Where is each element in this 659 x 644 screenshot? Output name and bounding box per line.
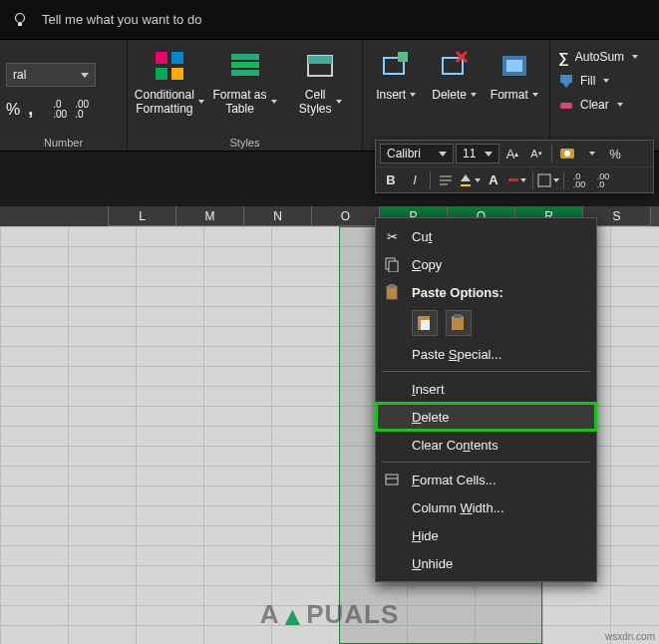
percent-button[interactable]: % xyxy=(604,143,626,164)
tell-me-placeholder: Tell me what you want to do xyxy=(42,12,201,27)
ctx-copy[interactable]: Copy xyxy=(376,250,596,278)
group-cells: Insert Delete Format xyxy=(363,40,550,151)
column-header-O[interactable]: O xyxy=(312,206,380,226)
column-header-M[interactable]: M xyxy=(176,206,244,226)
format-button[interactable]: Format xyxy=(486,48,543,102)
number-format-select[interactable]: ral xyxy=(6,63,96,87)
fill-button[interactable]: Fill xyxy=(554,70,642,92)
decrease-decimal-button[interactable]: .00 .0 xyxy=(75,100,89,120)
lightbulb-icon xyxy=(12,12,28,28)
ctx-paste-options-label: Paste Options: xyxy=(376,278,596,306)
svg-rect-1 xyxy=(18,23,22,26)
insert-button[interactable]: Insert xyxy=(369,48,423,102)
svg-rect-35 xyxy=(421,320,430,330)
fill-color-button[interactable] xyxy=(459,169,481,191)
svg-rect-36 xyxy=(452,316,464,330)
chevron-down-icon xyxy=(271,100,277,104)
svg-rect-20 xyxy=(560,103,572,109)
autosum-button[interactable]: ∑ AutoSum xyxy=(554,46,642,68)
delete-cells-icon xyxy=(437,48,473,84)
svg-rect-27 xyxy=(461,184,471,186)
clear-button[interactable]: Clear xyxy=(554,94,642,116)
ctx-hide[interactable]: Hide xyxy=(376,521,596,549)
chevron-down-icon xyxy=(553,178,559,182)
chevron-down-icon xyxy=(410,93,416,97)
group-number: ral % , .0.00 .00 .0 Number xyxy=(0,40,128,151)
format-as-table-icon xyxy=(227,48,263,84)
svg-marker-19 xyxy=(562,83,570,88)
percent-button[interactable]: % xyxy=(6,101,20,119)
group-label-number: Number xyxy=(6,135,121,151)
borders-button[interactable] xyxy=(537,169,559,191)
font-color-button[interactable]: A xyxy=(483,169,504,191)
conditional-formatting-icon xyxy=(152,48,187,84)
increase-decimal-button[interactable]: .0.00 xyxy=(53,100,67,120)
group-editing: ∑ AutoSum Fill Clear xyxy=(550,40,646,151)
conditional-formatting-button[interactable]: Conditional Formatting xyxy=(134,48,205,116)
svg-rect-37 xyxy=(454,314,462,318)
chevron-down-icon xyxy=(471,93,477,97)
paste-option-default[interactable] xyxy=(412,310,438,336)
svg-rect-5 xyxy=(171,68,183,80)
mini-toolbar: Calibri 11 A▴ A▾ % B I A .0.00 .00.0 xyxy=(375,140,654,193)
chevron-down-icon xyxy=(475,178,481,182)
font-color-bar xyxy=(508,178,518,181)
ctx-delete[interactable]: Delete xyxy=(376,403,596,431)
separator xyxy=(382,462,590,463)
tell-me-bar[interactable]: Tell me what you want to do xyxy=(0,0,659,40)
ctx-cut[interactable]: ✂ Cut xyxy=(376,222,596,250)
eraser-icon xyxy=(558,97,574,113)
column-header-L[interactable]: L xyxy=(109,206,176,226)
copy-icon xyxy=(382,254,402,274)
increase-decimal-button[interactable]: .0.00 xyxy=(568,169,590,191)
format-cells-icon xyxy=(382,470,402,489)
paste-option-values[interactable] xyxy=(446,310,472,336)
decrease-decimal-button[interactable]: .00.0 xyxy=(592,169,614,191)
grow-font-button[interactable]: A▴ xyxy=(501,143,523,164)
svg-marker-26 xyxy=(461,174,471,181)
svg-rect-6 xyxy=(231,54,259,60)
delete-button[interactable]: Delete xyxy=(427,48,481,102)
chevron-down-icon xyxy=(532,93,538,97)
svg-rect-38 xyxy=(386,475,398,484)
ctx-unhide[interactable]: Unhide xyxy=(376,549,596,577)
watermark: A▲PUALS xyxy=(260,599,400,630)
chevron-down-icon[interactable] xyxy=(520,178,526,182)
svg-rect-10 xyxy=(308,56,332,64)
align-button[interactable] xyxy=(435,169,457,191)
format-as-table-button[interactable]: Format as Table xyxy=(209,48,281,116)
svg-rect-12 xyxy=(398,52,408,62)
credit-text: wsxdn.com xyxy=(605,631,655,642)
sigma-icon: ∑ xyxy=(558,49,569,66)
cell-styles-icon xyxy=(302,48,338,84)
ribbon: ral % , .0.00 .00 .0 Number Conditional … xyxy=(0,40,659,152)
column-header-N[interactable]: N xyxy=(244,206,312,226)
separator xyxy=(382,371,590,372)
font-size-select[interactable]: 11 xyxy=(456,144,499,163)
fill-down-icon xyxy=(558,73,574,89)
ctx-column-width[interactable]: Column Width... xyxy=(376,493,596,521)
cell-styles-button[interactable]: Cell Styles xyxy=(284,48,356,116)
font-select[interactable]: Calibri xyxy=(380,144,454,163)
chevron-down-icon xyxy=(198,100,204,104)
svg-point-0 xyxy=(16,13,25,22)
italic-button[interactable]: I xyxy=(404,169,426,191)
format-cells-icon xyxy=(496,48,532,84)
svg-rect-3 xyxy=(171,52,183,64)
bold-button[interactable]: B xyxy=(380,169,402,191)
ctx-paste-special[interactable]: Paste Special... xyxy=(376,340,596,368)
ctx-clear-contents[interactable]: Clear Contents xyxy=(376,431,596,459)
paste-options-row xyxy=(376,306,596,340)
shrink-font-button[interactable]: A▾ xyxy=(525,143,547,164)
ctx-insert[interactable]: Insert xyxy=(376,375,596,403)
chevron-down-icon xyxy=(81,73,89,78)
chevron-down-icon[interactable] xyxy=(580,143,602,164)
svg-rect-31 xyxy=(389,261,398,272)
ctx-format-cells[interactable]: Format Cells... xyxy=(376,466,596,493)
chevron-down-icon xyxy=(603,79,609,83)
svg-point-22 xyxy=(564,151,570,157)
accounting-format-button[interactable] xyxy=(556,143,578,164)
context-menu: ✂ Cut Copy Paste Options: Paste Special.… xyxy=(375,217,597,582)
svg-rect-29 xyxy=(538,174,550,186)
comma-button[interactable]: , xyxy=(28,99,33,120)
